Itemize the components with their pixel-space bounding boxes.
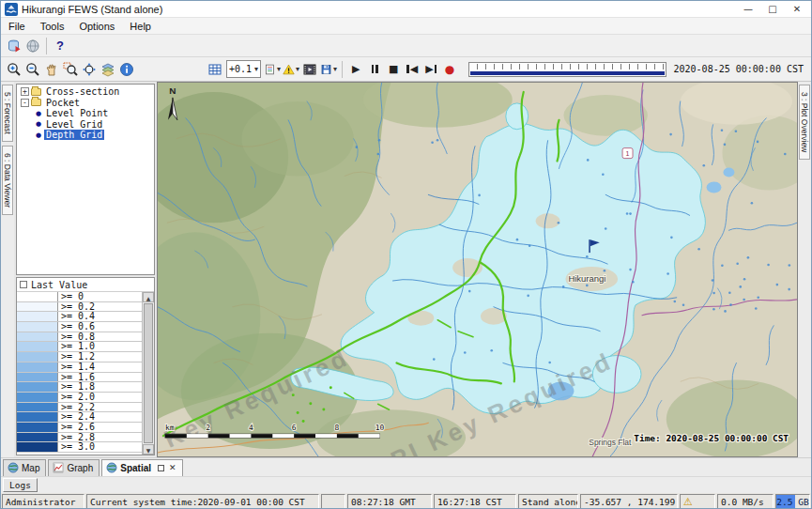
dock-tab-3-plot-overview[interactable]: 3 : Plot Overview bbox=[799, 85, 810, 160]
scroll-down-icon[interactable]: ▼ bbox=[143, 444, 154, 455]
app-window: Hikurangi FEWS (Stand alone) — □ ✕ FileT… bbox=[0, 0, 812, 509]
dock-tab-5-forecast[interactable]: 5 : Forecast bbox=[2, 85, 13, 142]
layer-bullet-icon: ● bbox=[36, 120, 41, 128]
menu-file[interactable]: File bbox=[1, 19, 33, 34]
pan-icon[interactable] bbox=[42, 60, 61, 79]
main-area: 5 : Forecast6 : Data Viewer +Cross-secti… bbox=[1, 82, 811, 457]
app-icon bbox=[5, 3, 18, 16]
pause-button[interactable] bbox=[365, 60, 384, 79]
menu-options[interactable]: Options bbox=[71, 19, 122, 34]
save-display-icon[interactable]: ▾ bbox=[319, 60, 338, 79]
spatial-side-panel: +Cross-section-Pocket●Level Point●Level … bbox=[14, 82, 157, 457]
toolbar-separator bbox=[342, 61, 343, 78]
status-local-time: 16:27:18 CST bbox=[434, 494, 516, 509]
legend-swatch bbox=[17, 393, 58, 402]
legend-label: >= 0.4 bbox=[58, 312, 98, 321]
legend-label: >= 0.6 bbox=[58, 322, 98, 332]
tree-item-label: Pocket bbox=[44, 98, 82, 108]
layer-bullet-icon: ● bbox=[36, 110, 41, 117]
tree-item-depth-grid[interactable]: ●Depth Grid bbox=[17, 130, 154, 141]
legend-label: >= 0.8 bbox=[58, 332, 98, 342]
tab-spatial-label: Spatial bbox=[120, 463, 151, 473]
left-dock-strip: 5 : Forecast6 : Data Viewer bbox=[1, 82, 14, 457]
map-time-label: Time: 2020-08-25 00:00:00 CST bbox=[634, 433, 789, 443]
legend-row: >= 2.0 bbox=[17, 393, 142, 403]
layer-bullet-icon: ● bbox=[36, 131, 41, 139]
chevron-down-icon: ▾ bbox=[277, 65, 281, 73]
status-user: Administrator bbox=[2, 494, 84, 509]
tree-item-pocket[interactable]: -Pocket bbox=[17, 98, 154, 109]
window-title: Hikurangi FEWS (Stand alone) bbox=[22, 4, 736, 15]
contour-interval-combo[interactable]: +0.1 ▾ bbox=[226, 60, 261, 78]
close-button[interactable]: ✕ bbox=[785, 2, 809, 17]
status-throughput: 0.0 MB/s bbox=[717, 494, 774, 509]
menu-tools[interactable]: Tools bbox=[33, 19, 72, 34]
tree-item-level-grid[interactable]: ●Level Grid bbox=[17, 119, 154, 131]
last-value-checkbox[interactable] bbox=[20, 281, 27, 288]
timeline-ticks bbox=[469, 64, 665, 69]
zoom-extent-icon[interactable] bbox=[80, 60, 99, 79]
tree-item-cross-section[interactable]: +Cross-section bbox=[17, 86, 154, 98]
map-canvas[interactable]: 1 API Key Required API Key Required Hiku… bbox=[157, 82, 798, 457]
legend-swatch bbox=[17, 373, 58, 382]
legend-panel: Last Value >= 0>= 0.2>= 0.4>= 0.6>= 0.8>… bbox=[16, 277, 155, 455]
stop-button[interactable]: ■ bbox=[384, 60, 403, 79]
tab-graph[interactable]: Graph bbox=[48, 459, 100, 476]
tab-graph-label: Graph bbox=[67, 463, 93, 473]
tab-spatial[interactable]: Spatial ✕ bbox=[101, 459, 182, 476]
thresholds-warning-icon[interactable]: ▾ bbox=[282, 60, 300, 79]
status-blank bbox=[321, 494, 345, 509]
skip-to-end-button[interactable]: ▶ bbox=[421, 60, 440, 79]
help-icon[interactable]: ? bbox=[51, 37, 69, 55]
tree-expander-icon[interactable]: - bbox=[21, 99, 29, 107]
zoom-box-icon[interactable] bbox=[61, 60, 80, 79]
scroll-up-icon[interactable]: ▲ bbox=[143, 292, 154, 302]
zoom-out-icon[interactable] bbox=[23, 60, 42, 79]
record-button[interactable]: ● bbox=[440, 60, 459, 79]
legend-label: >= 0 bbox=[58, 292, 86, 301]
svg-text:8: 8 bbox=[334, 424, 339, 432]
import-data-icon[interactable] bbox=[5, 37, 23, 55]
timeline-slider[interactable] bbox=[468, 62, 666, 77]
scroll-thumb[interactable] bbox=[144, 303, 153, 443]
legend-swatch bbox=[17, 442, 58, 452]
legend-swatch bbox=[17, 302, 58, 312]
chevron-down-icon: ▾ bbox=[254, 65, 258, 73]
tab-close-icon[interactable]: ✕ bbox=[169, 463, 176, 472]
legend-row: >= 1.4 bbox=[17, 362, 142, 373]
explorer-icon[interactable] bbox=[23, 37, 42, 55]
profile-display-icon[interactable]: ▾ bbox=[263, 60, 282, 79]
zoom-in-icon[interactable] bbox=[5, 60, 23, 79]
legend-label: >= 2.0 bbox=[58, 393, 98, 402]
tab-float-icon[interactable] bbox=[158, 465, 164, 471]
legend-label: >= 2.6 bbox=[58, 423, 98, 432]
legend-swatch bbox=[17, 382, 58, 392]
grid-display-icon[interactable] bbox=[206, 60, 224, 79]
status-mode: Stand alone bbox=[518, 494, 578, 509]
play-button[interactable]: ▶ bbox=[346, 60, 365, 79]
animation-export-icon[interactable] bbox=[300, 60, 319, 79]
minimize-button[interactable]: — bbox=[736, 2, 760, 17]
skip-end-icon: ▶ bbox=[425, 63, 433, 75]
tree-item-level-point[interactable]: ●Level Point bbox=[17, 108, 154, 119]
road-shield: 1 bbox=[622, 148, 633, 159]
globe-icon bbox=[8, 462, 19, 473]
tab-map[interactable]: Map bbox=[3, 459, 46, 476]
legend-label: >= 2.4 bbox=[58, 412, 98, 422]
legend-swatch bbox=[17, 312, 58, 321]
menu-help[interactable]: Help bbox=[122, 19, 159, 34]
maximize-button[interactable]: □ bbox=[760, 2, 785, 17]
status-warning-icon[interactable]: ⚠ bbox=[680, 494, 715, 509]
layers-icon[interactable] bbox=[99, 60, 117, 79]
dock-tab-6-data-viewer[interactable]: 6 : Data Viewer bbox=[2, 146, 13, 215]
logs-button[interactable]: Logs bbox=[3, 478, 38, 492]
current-timestep-label: 2020-08-25 00:00:00 CST bbox=[674, 64, 804, 74]
skip-to-start-button[interactable]: ◀ bbox=[403, 60, 421, 79]
display-tab-bar: Map Graph Spatial ✕ bbox=[1, 457, 811, 476]
legend-scrollbar[interactable]: ▲ ▼ bbox=[142, 292, 154, 455]
logs-row: Logs bbox=[1, 476, 811, 493]
map-toolbar: +0.1 ▾ ▾ ▾ ▾ ▶ ■ ◀ ▶ ● 2020-08-25 00:00:… bbox=[1, 57, 811, 82]
tree-expander-icon[interactable]: + bbox=[21, 87, 29, 96]
folder-icon bbox=[31, 88, 41, 96]
info-icon[interactable] bbox=[117, 60, 136, 79]
